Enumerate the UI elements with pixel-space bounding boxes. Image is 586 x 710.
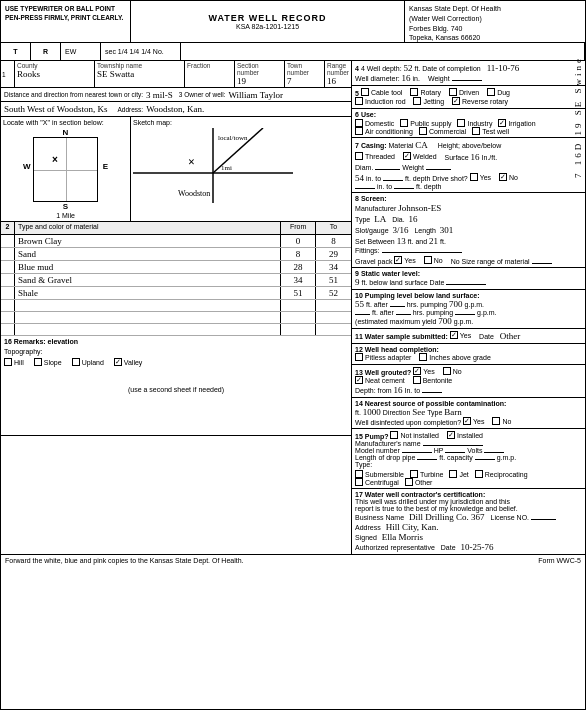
section-label: Section number	[237, 62, 282, 76]
agency-block: Kansas State Dept. Of Health (Water Well…	[405, 1, 585, 42]
jet-label: Jet	[459, 471, 468, 478]
left-column: 1 County Rooks Township name SE Swatta F…	[1, 61, 352, 554]
length-label: Length	[414, 227, 435, 234]
screen-line4: Set Between 13 ft. and 21 ft.	[355, 236, 582, 246]
gravel-pack-line: Gravel pack Yes No No Size range of mate…	[355, 256, 582, 265]
surface-val: 16	[471, 152, 480, 162]
v-grid-line	[66, 138, 67, 201]
depth-from-val: 16	[394, 385, 403, 395]
disinfect-no-check	[492, 417, 500, 425]
other-item: Other	[405, 478, 433, 486]
grouted-no-item: No	[443, 367, 462, 375]
pump-hrs1-underline	[390, 306, 405, 307]
neat-cement-item: Neat cement	[355, 376, 405, 384]
material-row: Brown Clay 0 8	[1, 235, 351, 248]
distance-row: Distance and direction from nearest town…	[1, 88, 351, 102]
dug-check	[487, 88, 495, 96]
west-label: W	[23, 162, 31, 171]
other-check	[405, 478, 413, 486]
commercial-check	[419, 127, 427, 135]
locate-grid: ×	[33, 137, 98, 202]
sample-yes-check	[450, 331, 458, 339]
mat-header-from: From	[281, 222, 316, 234]
topography-block: Topography:	[4, 348, 348, 355]
material-rows: Brown Clay 0 8 Sand 8 29 Blue mud 28 34 …	[1, 235, 351, 300]
mat-to: 34	[316, 261, 351, 273]
diam-value: 16	[402, 73, 411, 83]
upland-label: Upland	[82, 359, 104, 366]
cap-label: ft. capacity	[439, 454, 472, 461]
rotary-check	[410, 88, 418, 96]
section11: 11 Water sample submitted: Yes Date Othe…	[352, 329, 585, 344]
side-rotated-text: 7 16D 19 SE Swine	[573, 56, 583, 178]
reciprocating-check	[475, 470, 483, 478]
grouted-yes-item: Yes	[413, 367, 434, 375]
disinfect-yes-label: Yes	[473, 418, 484, 425]
gravel-yes-label: Yes	[404, 257, 415, 264]
volts-label: Volts	[467, 447, 482, 454]
neat-cement-label: Neat cement	[365, 377, 405, 384]
topo-label: Topography:	[4, 348, 43, 355]
estimated-label: (estimated maximum yield	[355, 318, 438, 325]
county-cell: County Rooks	[15, 61, 95, 87]
contam-ft-val: 1000	[363, 407, 381, 417]
fraction-cell: Fraction	[185, 61, 235, 87]
business-val: Dill Drilling Co. 367	[409, 512, 485, 522]
content-area: 1 County Rooks Township name SE Swatta F…	[1, 61, 585, 555]
dia-label: Dia.	[392, 216, 404, 223]
threaded-check	[355, 152, 363, 160]
sample-date-label: Date	[479, 333, 494, 340]
slope-label: Slope	[44, 359, 62, 366]
estimated-unit: g.p.m.	[454, 318, 473, 325]
sample-date-val: Other	[500, 331, 521, 341]
model-underline	[402, 452, 432, 453]
distance-label: Distance and direction from nearest town…	[4, 91, 143, 98]
disinfect-yes-check	[463, 417, 471, 425]
mat-row-empty1	[1, 300, 351, 312]
x-marker: ×	[52, 154, 58, 165]
address-val: Hill City, Kan.	[386, 522, 439, 532]
fittings-underline	[382, 252, 462, 253]
address-label: Address:	[117, 106, 143, 113]
footer: Forward the white, blue and pink copies …	[1, 555, 585, 566]
commercial-label: Commercial	[429, 128, 466, 135]
remarks-section: 16 Remarks: elevation Topography: Hill S…	[1, 336, 351, 436]
drive-yes-item: Yes	[470, 173, 491, 181]
disinfect-label: Well disinfected upon completion?	[355, 419, 463, 426]
date-label: Date	[441, 544, 456, 551]
mat-desc: Shale	[15, 287, 281, 299]
range-label: Range number	[327, 62, 349, 76]
jetting-check	[413, 97, 421, 105]
length-val: 301	[440, 225, 454, 235]
depth-to-label: In. to	[405, 387, 423, 394]
auth-label: Authorized representative	[355, 544, 435, 551]
ew-box: EW	[61, 43, 101, 60]
topo-upland: Upland	[72, 358, 104, 366]
owner-label: 3 Owner of well:	[179, 91, 226, 98]
certification-section: 17 Water well contractor's certification…	[352, 489, 585, 554]
set-and-val: 21	[429, 236, 438, 246]
owner-address: Woodston, Kan.	[146, 104, 204, 114]
manufacturer-label: Manufacturer	[355, 205, 398, 212]
mat-to: 8	[316, 235, 351, 247]
reciprocating-label: Reciprocating	[485, 471, 528, 478]
mat-from: 0	[281, 235, 316, 247]
diam-label: Well diameter:	[355, 75, 402, 82]
signed-val: Ella Morris	[382, 532, 423, 542]
bentonite-check	[413, 376, 421, 384]
other-label: Other	[415, 479, 433, 486]
size-underline	[532, 263, 552, 264]
dug-label: Dug	[497, 89, 510, 96]
materials-section: 2 Type and color of material From To Bro…	[1, 222, 351, 336]
screen-line2: Type LA Dia. 16	[355, 214, 582, 224]
mat-num	[1, 248, 15, 260]
sec12-label: 12 Well head completion:	[355, 346, 439, 353]
induction-item: Induction rod	[355, 97, 405, 105]
submersible-label: Submersible	[365, 471, 404, 478]
use-checkboxes: Domestic Public supply Industry Irrigati…	[355, 119, 582, 135]
centrifugal-item: Centrifugal	[355, 478, 399, 486]
drive-no-label: No	[509, 174, 518, 181]
cert-date: 10-25-76	[461, 542, 494, 552]
mat-to: 52	[316, 287, 351, 299]
driven-label: Driven	[459, 89, 479, 96]
